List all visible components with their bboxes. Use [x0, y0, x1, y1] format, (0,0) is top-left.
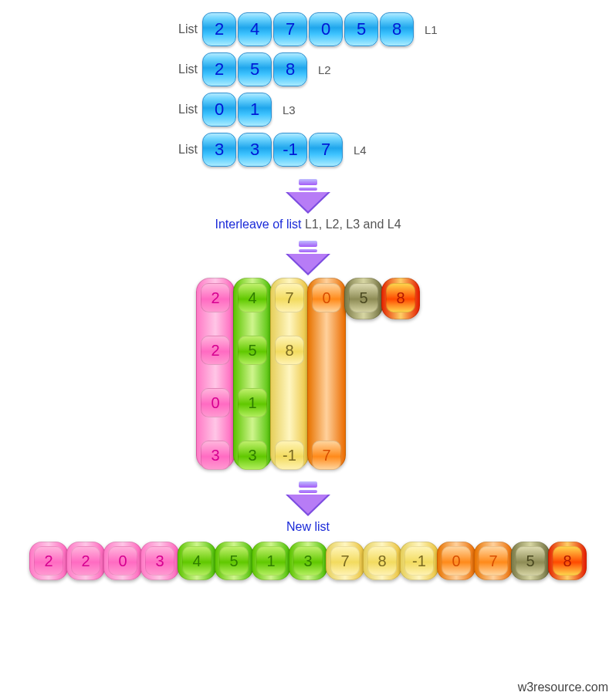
newlist-cell-value: 3 [145, 546, 174, 576]
list-label: List [170, 62, 198, 76]
cell: 5 [344, 12, 378, 46]
list-name: L1 [425, 23, 438, 36]
input-list-L3: List 0 1 L3 [170, 89, 616, 130]
column-pink: 2 2 0 3 [196, 278, 235, 469]
interleave-matrix: 2 2 0 3 4 5 1 3 7 8 [0, 278, 616, 469]
cells-L2: 2 5 8 [202, 52, 307, 86]
column-orange: 0 7 [307, 278, 346, 469]
diagram: List 2 4 7 0 5 8 L1 List 2 5 8 L2 List 0… [0, 0, 616, 580]
cell: 4 [238, 283, 267, 312]
newlist-cell: 5 [511, 542, 550, 580]
newlist-cell: 5 [215, 542, 253, 580]
column-green: 4 5 1 3 [233, 278, 272, 469]
cells-L1: 2 4 7 0 5 8 [202, 12, 414, 46]
cell: 8 [273, 52, 307, 86]
newlist-cell: 7 [474, 542, 513, 580]
list-name: L2 [318, 63, 331, 76]
cell: 2 [201, 283, 230, 312]
caption-newlist: New list [0, 520, 616, 534]
newlist-cell: -1 [400, 542, 438, 580]
caption-prefix: Interleave of list [215, 218, 305, 231]
column-olive: 5 [344, 278, 383, 319]
cell: 5 [349, 283, 378, 312]
caption-lists: L1, L2, L3 and L4 [305, 218, 401, 231]
input-list-L4: List 3 3 -1 7 L4 [170, 130, 616, 170]
column-red: 8 [381, 278, 420, 319]
cell: 0 [309, 12, 343, 46]
list-label: List [170, 22, 198, 36]
cell: 1 [238, 93, 272, 127]
newlist-cell-value: 2 [71, 546, 100, 576]
new-list: 2203451378-10758 [0, 539, 616, 580]
list-name: L3 [283, 103, 296, 117]
newlist-cell: 3 [140, 542, 179, 580]
column-yellow: 7 8 -1 [270, 278, 309, 469]
newlist-cell-value: 3 [293, 546, 323, 576]
newlist-cell: 8 [548, 542, 587, 580]
newlist-cell: 3 [289, 542, 327, 580]
cell: 8 [386, 283, 415, 312]
newlist-cell: 2 [29, 542, 68, 580]
newlist-cell: 7 [326, 542, 364, 580]
newlist-cell-value: 4 [182, 546, 212, 576]
newlist-cell-value: 7 [330, 546, 360, 576]
cell: 3 [238, 133, 272, 167]
cell: 8 [275, 336, 304, 365]
cells-L4: 3 3 -1 7 [202, 133, 343, 167]
cell: 7 [309, 133, 343, 167]
cell: -1 [273, 133, 307, 167]
cells-L3: 0 1 [202, 93, 272, 127]
input-list-L1: List 2 4 7 0 5 8 L1 [170, 9, 616, 49]
cell: 8 [380, 12, 414, 46]
cell: 4 [238, 12, 272, 46]
cell: 3 [201, 441, 230, 470]
newlist-cell-value: 8 [367, 546, 397, 576]
caption-interleave: Interleave of list L1, L2, L3 and L4 [0, 218, 616, 231]
newlist-cell: 2 [66, 542, 105, 580]
newlist-cell: 0 [437, 542, 476, 580]
newlist-cell-value: 5 [516, 546, 545, 576]
brand-footer: w3resource.com [518, 680, 608, 694]
list-name: L4 [354, 144, 367, 157]
cell: 7 [273, 12, 307, 46]
newlist-cell: 4 [178, 542, 216, 580]
arrow-down-icon [0, 481, 616, 515]
list-label: List [170, 143, 198, 157]
cell: 5 [238, 336, 267, 365]
newlist-cell-value: -1 [404, 546, 434, 576]
newlist-cell-value: 0 [442, 546, 471, 576]
cell: 0 [312, 283, 341, 312]
arrow-down-icon [0, 179, 616, 213]
cell: 5 [238, 52, 272, 86]
cell: 2 [201, 336, 230, 365]
newlist-cell-value: 7 [479, 546, 508, 576]
cell: 0 [202, 93, 236, 127]
cell: 2 [202, 52, 236, 86]
newlist-cell-value: 8 [553, 546, 582, 576]
cell: 3 [202, 133, 236, 167]
list-label: List [170, 103, 198, 117]
cell: 1 [238, 388, 267, 417]
newlist-cell: 0 [103, 542, 142, 580]
newlist-cell: 8 [363, 542, 401, 580]
arrow-down-icon [0, 241, 616, 275]
cell: 0 [201, 388, 230, 417]
newlist-cell: 1 [252, 542, 290, 580]
cell: 7 [312, 441, 341, 470]
cell: 7 [275, 283, 304, 312]
newlist-cell-value: 0 [108, 546, 137, 576]
newlist-cell-value: 5 [219, 546, 249, 576]
cell: 3 [238, 441, 267, 470]
cell: -1 [275, 441, 304, 470]
newlist-cell-value: 2 [34, 546, 63, 576]
input-list-L2: List 2 5 8 L2 [170, 49, 616, 89]
cell: 2 [202, 12, 236, 46]
newlist-cell-value: 1 [256, 546, 286, 576]
